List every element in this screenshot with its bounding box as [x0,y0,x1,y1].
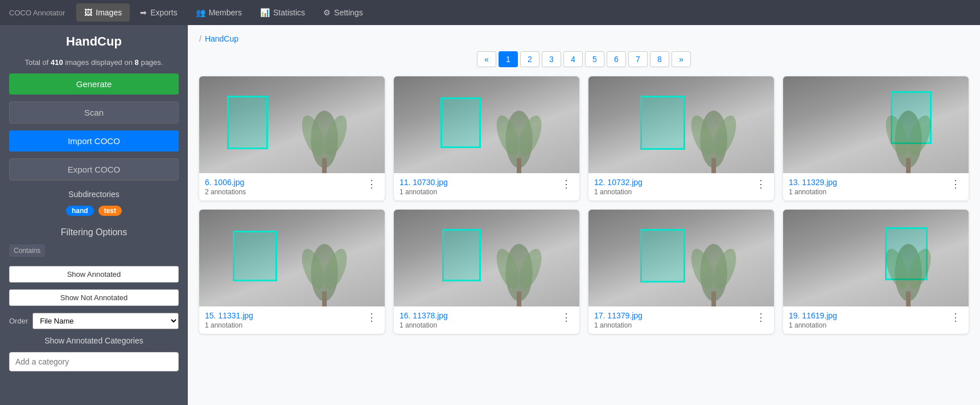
page-btn-4[interactable]: 4 [563,51,583,67]
image-name[interactable]: 15. 11331.jpg [205,311,253,320]
image-name[interactable]: 16. 11378.jpg [400,311,448,320]
image-menu-button[interactable]: ⋮ [948,311,963,324]
category-input[interactable] [9,352,179,371]
image-annotation-count: 1 annotation [789,188,837,196]
image-info: 13. 11329.jpg1 annotation [789,178,837,196]
subdirectories-label: Subdirectories [9,190,179,199]
subdirectories: hand test [9,206,179,216]
room-background [394,210,579,306]
subdir-hand[interactable]: hand [66,206,94,216]
image-thumb[interactable] [588,210,774,306]
image-name[interactable]: 17. 11379.jpg [594,311,643,320]
image-thumb[interactable] [199,210,385,306]
generate-button[interactable]: Generate [9,73,179,95]
sidebar: HandCup Total of 410 images displayed on… [0,25,188,405]
svg-rect-7 [517,158,521,173]
image-card: 19. 11619.jpg1 annotation⋮ [783,210,969,334]
image-info: 11. 10730.jpg1 annotation [400,178,448,196]
image-thumb[interactable] [783,76,969,173]
brand-label: COCO Annotator [9,9,65,17]
page-btn-5[interactable]: 5 [585,51,604,67]
image-menu-button[interactable]: ⋮ [559,178,574,190]
top-nav: COCO Annotator 🖼Images➡Exports👥Members📊S… [0,0,980,25]
svg-rect-3 [322,158,327,173]
main-layout: HandCup Total of 410 images displayed on… [0,25,980,405]
image-card: 13. 11329.jpg1 annotation⋮ [783,76,969,201]
image-menu-button[interactable]: ⋮ [364,178,379,190]
image-card: 11. 10730.jpg1 annotation⋮ [394,76,579,201]
pagination: «12345678» [199,51,969,67]
image-name[interactable]: 11. 10730.jpg [400,178,448,187]
nav-tab-settings[interactable]: ⚙Settings [315,3,371,22]
image-card-footer: 11. 10730.jpg1 annotation⋮ [394,173,579,201]
svg-rect-11 [711,158,716,173]
image-menu-button[interactable]: ⋮ [364,311,379,324]
image-card-footer: 15. 11331.jpg1 annotation⋮ [199,306,385,334]
export-coco-button[interactable]: Export COCO [9,158,179,181]
nav-tab-exports[interactable]: ➡Exports [132,3,185,22]
room-background [783,210,969,306]
page-prev[interactable]: « [477,51,496,67]
subdir-test[interactable]: test [98,206,122,216]
page-btn-1[interactable]: 1 [499,51,518,67]
nav-tab-images[interactable]: 🖼Images [76,3,130,22]
contains-label: Contains [9,244,45,257]
order-row: Order File Name Created Modified [9,313,179,329]
show-annotated-categories-label: Show Annotated Categories [9,336,179,345]
nav-tab-members[interactable]: 👥Members [188,3,250,22]
image-card-footer: 12. 10732.jpg1 annotation⋮ [588,173,774,201]
plant-decoration [292,105,357,173]
image-name[interactable]: 6. 1006.jpg [205,178,246,187]
plant-decoration [876,239,941,306]
annotation-box [233,231,277,281]
svg-rect-23 [517,292,521,306]
plant-decoration [876,105,941,173]
order-select[interactable]: File Name Created Modified [32,313,179,329]
plant-decoration [487,239,551,306]
annotation-box [440,97,481,148]
image-name[interactable]: 12. 10732.jpg [594,178,643,187]
image-name[interactable]: 19. 11619.jpg [789,311,837,320]
image-card: 15. 11331.jpg1 annotation⋮ [199,210,385,334]
image-annotation-count: 1 annotation [594,188,643,196]
image-info: 16. 11378.jpg1 annotation [400,311,448,329]
svg-rect-19 [322,292,327,306]
image-thumb[interactable] [588,76,774,173]
image-thumb[interactable] [783,210,969,306]
page-btn-7[interactable]: 7 [628,51,648,67]
show-not-annotated-button[interactable]: Show Not Annotated [9,289,179,306]
image-menu-button[interactable]: ⋮ [753,178,768,190]
image-card-footer: 13. 11329.jpg1 annotation⋮ [783,173,969,201]
image-info: 17. 11379.jpg1 annotation [594,311,643,329]
image-annotation-count: 2 annotations [205,188,246,196]
plant-decoration [292,239,357,306]
content-area: / HandCup «12345678» 6. 1006.jpg2 annota… [188,25,980,405]
image-menu-button[interactable]: ⋮ [948,178,963,190]
page-btn-2[interactable]: 2 [520,51,540,67]
image-info: 12. 10732.jpg1 annotation [594,178,643,196]
annotation-box [640,96,685,150]
room-background [199,76,385,173]
page-btn-6[interactable]: 6 [607,51,626,67]
image-menu-button[interactable]: ⋮ [559,311,574,324]
image-thumb[interactable] [394,210,579,306]
room-background [199,210,385,306]
page-next[interactable]: » [672,51,691,67]
image-thumb[interactable] [199,76,385,173]
annotation-box [640,229,685,283]
scan-button[interactable]: Scan [9,101,179,124]
image-name[interactable]: 13. 11329.jpg [789,178,837,187]
page-btn-3[interactable]: 3 [542,51,561,67]
plant-decoration [681,239,746,306]
import-coco-button[interactable]: Import COCO [9,130,179,152]
page-btn-8[interactable]: 8 [650,51,669,67]
image-annotation-count: 1 annotation [400,188,448,196]
image-thumb[interactable] [394,76,579,173]
image-menu-button[interactable]: ⋮ [753,311,768,324]
breadcrumb-link[interactable]: HandCup [205,34,238,43]
nav-tab-statistics[interactable]: 📊Statistics [252,3,313,22]
breadcrumb-sep: / [199,34,201,43]
show-annotated-button[interactable]: Show Annotated [9,266,179,283]
image-card: 12. 10732.jpg1 annotation⋮ [588,76,774,201]
svg-rect-27 [711,292,716,306]
